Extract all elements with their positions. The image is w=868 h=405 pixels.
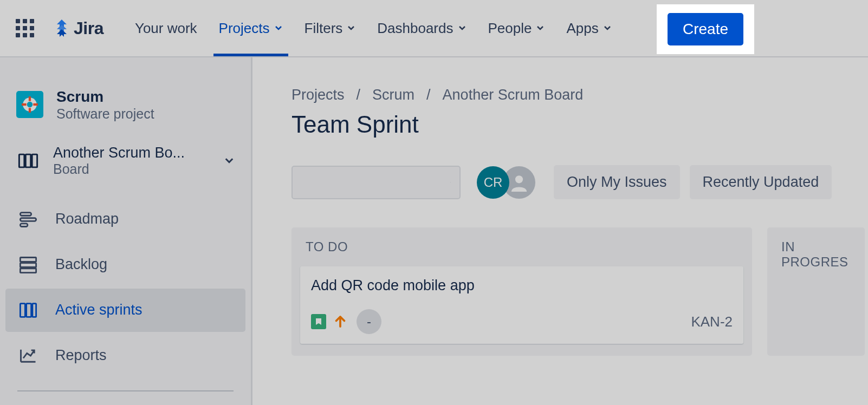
nav-label: Apps (566, 20, 598, 37)
svg-rect-16 (27, 303, 31, 317)
svg-rect-11 (20, 223, 28, 226)
filter-only-my-issues[interactable]: Only My Issues (554, 165, 680, 199)
filter-recently-updated[interactable]: Recently Updated (690, 165, 832, 199)
svg-rect-8 (32, 154, 37, 167)
nav-label: Your work (135, 20, 197, 37)
board-name: Another Scrum Bo... (53, 145, 205, 161)
sidebar-item-reports[interactable]: Reports (5, 334, 245, 377)
sidebar-item-label: Active sprints (55, 302, 142, 318)
sidebar-item-backlog[interactable]: Backlog (5, 243, 245, 286)
chevron-down-icon (224, 155, 235, 166)
breadcrumb-board[interactable]: Another Scrum Board (443, 87, 584, 103)
board-selector[interactable]: Another Scrum Bo... Board (0, 145, 251, 192)
sidebar-item-label: Roadmap (55, 211, 119, 227)
story-icon (311, 314, 326, 329)
jira-logo-icon (53, 19, 70, 37)
column-in-progress: IN PROGRES (767, 227, 865, 356)
search-box[interactable] (292, 166, 461, 199)
svg-rect-4 (22, 103, 27, 106)
breadcrumb-projects[interactable]: Projects (292, 87, 345, 103)
chevron-down-icon (536, 24, 545, 32)
roadmap-icon (17, 208, 39, 230)
sidebar-item-active-sprints[interactable]: Active sprints (5, 289, 245, 332)
issue-card[interactable]: Add QR code mobile app - KAN-2 (300, 266, 743, 344)
person-icon (510, 173, 528, 192)
project-name: Scrum (56, 88, 154, 106)
project-subtitle: Software project (56, 106, 154, 122)
svg-rect-3 (29, 108, 31, 113)
chevron-down-icon (458, 24, 467, 32)
sidebar-item-label: Reports (55, 347, 107, 364)
avatar-group: CR (477, 166, 535, 199)
nav-label: Projects (219, 20, 270, 37)
side-nav: Roadmap Backlog (0, 192, 251, 391)
create-button-highlight: Create (658, 5, 753, 53)
board-subtitle: Board (53, 161, 224, 177)
column-todo: TO DO Add QR code mobile app - K (292, 227, 752, 356)
nav-label: People (488, 20, 532, 37)
svg-point-18 (450, 182, 451, 182)
svg-point-20 (515, 175, 523, 183)
logo-text: Jira (74, 18, 103, 38)
nav-items: Your work Projects Filters Dashboards Pe… (124, 0, 623, 56)
board-icon (16, 149, 40, 173)
svg-rect-9 (20, 212, 31, 215)
card-assignee[interactable]: - (357, 309, 381, 334)
board-columns: TO DO Add QR code mobile app - K (292, 227, 868, 356)
breadcrumb-scrum[interactable]: Scrum (372, 87, 414, 103)
project-header[interactable]: Scrum Software project (0, 88, 251, 145)
priority-icon (334, 315, 347, 328)
nav-projects[interactable]: Projects (208, 0, 294, 56)
svg-rect-13 (20, 263, 36, 267)
chevron-down-icon (274, 24, 283, 32)
sidebar-item-label: Backlog (55, 256, 107, 273)
breadcrumb-separator: / (357, 87, 361, 103)
nav-people[interactable]: People (477, 0, 556, 56)
card-title: Add QR code mobile app (311, 277, 733, 294)
svg-point-1 (27, 102, 33, 108)
sidebar: Scrum Software project Another Scrum Bo.… (0, 57, 252, 405)
nav-your-work[interactable]: Your work (124, 0, 208, 56)
breadcrumb: Projects / Scrum / Another Scrum Board (292, 87, 868, 103)
column-header: IN PROGRES (776, 239, 856, 282)
column-header: TO DO (300, 239, 743, 266)
svg-rect-6 (19, 154, 24, 167)
project-icon (16, 91, 43, 118)
svg-rect-17 (33, 303, 36, 317)
sidebar-item-roadmap[interactable]: Roadmap (5, 198, 245, 241)
svg-rect-5 (33, 103, 38, 106)
create-button[interactable]: Create (668, 13, 743, 45)
svg-rect-10 (20, 218, 36, 221)
search-icon (450, 175, 451, 190)
svg-rect-2 (29, 96, 31, 101)
nav-dashboards[interactable]: Dashboards (366, 0, 477, 56)
svg-rect-14 (20, 268, 36, 272)
backlog-icon (17, 254, 39, 276)
card-footer: - KAN-2 (311, 309, 733, 334)
jira-logo[interactable]: Jira (53, 18, 103, 38)
search-input[interactable] (301, 175, 450, 190)
nav-label: Dashboards (377, 20, 453, 37)
svg-rect-15 (20, 303, 25, 317)
toolbar: CR Only My Issues Recently Updated (292, 165, 868, 199)
page-title: Team Sprint (292, 111, 868, 138)
app-switcher-icon[interactable] (15, 18, 35, 38)
card-key: KAN-2 (691, 313, 733, 330)
svg-rect-7 (25, 154, 31, 167)
avatar-user[interactable]: CR (477, 166, 509, 199)
nav-label: Filters (305, 20, 343, 37)
nav-filters[interactable]: Filters (294, 0, 367, 56)
reports-icon (17, 345, 39, 367)
nav-apps[interactable]: Apps (555, 0, 622, 56)
chevron-down-icon (603, 24, 612, 32)
chevron-down-icon (347, 24, 355, 32)
sidebar-divider (17, 390, 234, 391)
svg-rect-12 (20, 257, 36, 262)
main-layout: Scrum Software project Another Scrum Bo.… (0, 57, 868, 405)
breadcrumb-separator: / (426, 87, 431, 103)
content-area: Projects / Scrum / Another Scrum Board T… (252, 57, 868, 405)
sprints-icon (17, 299, 39, 321)
